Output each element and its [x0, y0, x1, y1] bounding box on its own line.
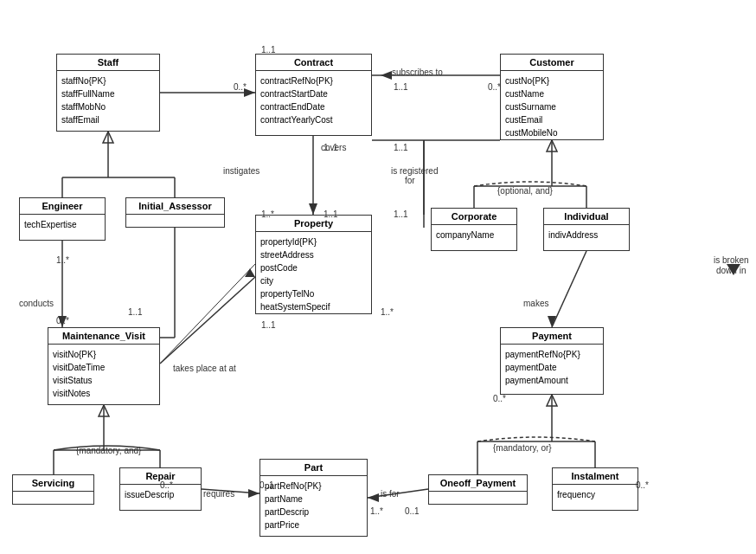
svg-line-25	[552, 251, 586, 327]
label-13: is broken	[714, 255, 749, 265]
label-9: requires	[203, 489, 234, 499]
svg-line-23	[160, 277, 255, 364]
box-attrs-corporate: companyName	[432, 225, 516, 245]
label-24: 1..*	[381, 307, 394, 317]
label-28: 0..*	[56, 316, 69, 325]
svg-marker-10	[309, 203, 317, 215]
attr-customer: custMobileNo	[505, 126, 599, 139]
box-instalment: Instalmentfrequency	[552, 467, 638, 511]
box-title-maintenance_visit: Maintenance_Visit	[48, 328, 159, 345]
label-3: is registered	[391, 166, 438, 176]
box-maintenance_visit: Maintenance_VisitvisitNo{PK}visitDateTim…	[48, 327, 160, 405]
attr-property: propertyTelNo	[260, 287, 367, 300]
label-33: 0..*	[636, 480, 649, 490]
label-1: instigates	[223, 166, 259, 176]
attr-payment: paymentDate	[505, 361, 599, 374]
box-initial_assessor: Initial_Assessor	[125, 197, 225, 228]
box-title-payment: Payment	[501, 328, 603, 345]
box-attrs-part: partRefNo{PK}partNamepartDescrippartPric…	[260, 476, 367, 535]
attr-customer: custNo{PK}	[505, 74, 599, 87]
attr-staff: staffEmail	[61, 113, 155, 126]
svg-marker-35	[368, 493, 379, 502]
attr-contract: contractRefNo{PK}	[260, 74, 367, 87]
label-11: {mandatory, and}	[76, 446, 141, 455]
label-32: 0..1	[405, 506, 420, 516]
label-15: 1..1	[261, 45, 276, 55]
attr-staff: staffMobNo	[61, 100, 155, 113]
attr-property: propertyId{PK}	[260, 235, 367, 248]
attr-maintenance_visit: visitNotes	[53, 387, 155, 400]
box-customer: CustomercustNo{PK}custNamecustSurnamecus…	[500, 54, 604, 140]
attr-maintenance_visit: visitStatus	[53, 374, 155, 387]
label-30: 0..1	[259, 480, 274, 490]
attr-customer: custName	[505, 87, 599, 100]
label-4: for	[405, 176, 415, 185]
box-contract: ContractcontractRefNo{PK}contractStartDa…	[255, 54, 372, 136]
box-title-engineer: Engineer	[20, 198, 105, 215]
svg-marker-26	[548, 316, 556, 327]
attr-engineer: techExpertise	[24, 218, 100, 231]
box-attrs-staff: staffNo{PK}staffFullNamestaffMobNostaffE…	[57, 71, 159, 130]
attr-contract: contractStartDate	[260, 87, 367, 100]
label-6: conducts	[19, 299, 54, 308]
box-property: PropertypropertyId{PK}streetAddresspostC…	[255, 215, 372, 314]
box-attrs-maintenance_visit: visitNo{PK}visitDateTimevisitStatusvisit…	[48, 345, 159, 403]
label-21: 1..*	[261, 209, 274, 219]
label-14: down in	[716, 266, 746, 275]
box-attrs-instalment: frequency	[553, 485, 637, 505]
box-servicing: Servicing	[12, 474, 94, 505]
box-engineer: EngineertechExpertise	[19, 197, 106, 241]
svg-marker-24	[245, 268, 255, 277]
svg-marker-31	[99, 405, 109, 416]
box-attrs-customer: custNo{PK}custNamecustSurnamecustEmailcu…	[501, 71, 603, 143]
label-29: 0..*	[160, 480, 173, 490]
box-title-part: Part	[260, 460, 367, 476]
attr-contract: contractYearlyCost	[260, 113, 367, 126]
label-27: 1..1	[128, 307, 143, 317]
attr-maintenance_visit: visitNo{PK}	[53, 348, 155, 361]
label-7: takes place at at	[173, 364, 236, 373]
attr-staff: staffFullName	[61, 87, 155, 100]
attr-corporate: companyName	[436, 229, 512, 242]
box-title-customer: Customer	[501, 55, 603, 71]
attr-staff: staffNo{PK}	[61, 74, 155, 87]
box-attrs-individual: indivAddress	[544, 225, 629, 245]
box-title-oneoff_payment: Oneoff_Payment	[429, 475, 527, 492]
label-17: 1..1	[394, 82, 408, 92]
attr-payment: paymentRefNo{PK}	[505, 348, 599, 361]
label-25: 1..1	[261, 320, 276, 330]
label-31: 1..*	[370, 506, 383, 516]
box-title-individual: Individual	[544, 209, 629, 225]
label-23: 1..1	[394, 209, 408, 219]
label-10: is for	[381, 489, 400, 499]
attr-property: streetAddress	[260, 248, 367, 261]
label-0: subscribes to	[392, 68, 443, 77]
attr-customer: custEmail	[505, 113, 599, 126]
attr-repair: issueDescrip	[125, 488, 196, 501]
label-34: 0..*	[493, 394, 506, 403]
svg-marker-33	[248, 489, 259, 498]
label-22: 1..1	[324, 209, 338, 219]
box-payment: PaymentpaymentRefNo{PK}paymentDatepaymen…	[500, 327, 604, 395]
attr-payment: paymentAmount	[505, 374, 599, 387]
label-8: makes	[523, 299, 548, 308]
attr-customer: custSurname	[505, 100, 599, 113]
label-16: 0..*	[234, 82, 247, 92]
svg-marker-8	[381, 71, 392, 80]
box-individual: IndividualindivAddress	[543, 208, 630, 251]
box-title-corporate: Corporate	[432, 209, 516, 225]
attr-part: partPrice	[265, 519, 362, 531]
label-5: {optional, and}	[497, 186, 553, 196]
attr-property: postCode	[260, 261, 367, 274]
uml-diagram: StaffstaffNo{PK}staffFullNamestaffMobNos…	[0, 0, 756, 554]
label-19: 1..1	[324, 143, 338, 152]
svg-marker-40	[547, 395, 557, 406]
svg-marker-4	[103, 132, 113, 143]
box-title-servicing: Servicing	[13, 475, 93, 492]
box-attrs-contract: contractRefNo{PK}contractStartDatecontra…	[256, 71, 371, 130]
attr-contract: contractEndDate	[260, 100, 367, 113]
attr-part: partName	[265, 493, 362, 506]
label-12: {mandatory, or}	[493, 443, 552, 453]
box-attrs-property: propertyId{PK}streetAddresspostCodecityp…	[256, 232, 371, 317]
box-staff: StaffstaffNo{PK}staffFullNamestaffMobNos…	[56, 54, 160, 132]
